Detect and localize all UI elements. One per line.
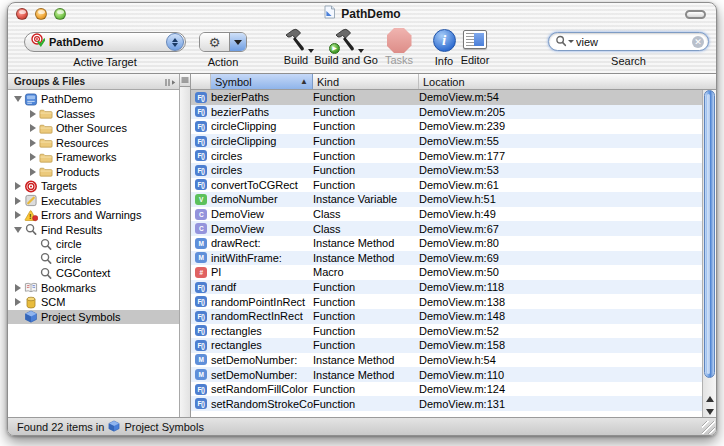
sidebar-item-other-sources[interactable]: Other Sources [8,121,179,136]
table-row[interactable]: MdrawRect:Instance MethodDemoView.m:80 [191,236,702,251]
table-row[interactable]: MinitWithFrame:Instance MethodDemoView.m… [191,251,702,266]
disclosure-triangle-icon[interactable] [27,168,38,176]
sidebar-item-bookmarks[interactable]: Bookmarks [8,281,179,296]
sidebar-item-frameworks[interactable]: Frameworks [8,150,179,165]
table-row[interactable]: F()randomRectInRectFunctionDemoView.m:14… [191,309,702,324]
header-icon-column [191,74,211,89]
active-target-popup[interactable]: PathDemo [24,32,186,52]
symbol-cell: randf [211,281,313,293]
disclosure-triangle-icon[interactable] [12,96,23,102]
sidebar-item-label: Classes [56,108,95,120]
table-row[interactable]: F()randfFunctionDemoView.m:118 [191,280,702,295]
function-symbol-icon: F() [191,311,211,322]
sidebar-item-scm[interactable]: SCM [8,295,179,310]
symbol-cell: demoNumber [211,193,313,205]
search-field[interactable]: ✕ [548,32,709,51]
sidebar-item-find-results[interactable]: Find Results [8,223,179,238]
table-row[interactable]: F()randomPointInRectFunctionDemoView.m:1… [191,294,702,309]
function-symbol-icon: F() [191,179,211,190]
sidebar-item-resources[interactable]: Resources [8,136,179,151]
search-clear-icon[interactable]: ✕ [692,36,704,48]
header-kind[interactable]: Kind [313,74,419,89]
symbol-cell: setRandomStrokeColo [211,398,313,410]
sidebar-item-circle[interactable]: circle [8,252,179,267]
table-row[interactable]: F()circleClippingFunctionDemoView.m:239 [191,119,702,134]
popup-stepper-icon [166,33,184,51]
sidebar-item-circle[interactable]: circle [8,237,179,252]
table-row[interactable]: F()setRandomStrokeColoFunctionDemoView.m… [191,396,702,411]
build-button[interactable]: Build [276,27,316,66]
table-row[interactable]: F()circlesFunctionDemoView.m:53 [191,163,702,178]
sidebar-item-classes[interactable]: Classes [8,107,179,122]
table-row[interactable]: VdemoNumberInstance VariableDemoView.h:5… [191,192,702,207]
sidebar-menu-button[interactable] [180,74,190,87]
table-row[interactable]: CDemoViewClassDemoView.h:49 [191,207,702,222]
search-input[interactable] [576,36,690,48]
disclosure-triangle-icon[interactable] [27,139,38,147]
scroll-up-arrow-icon[interactable] [706,396,714,402]
search-scope-arrow-icon[interactable] [568,40,574,43]
kind-cell: Function [313,296,419,308]
location-cell: DemoView.m:118 [419,281,702,293]
sidebar-item-label: circle [56,253,82,265]
location-cell: DemoView.m:148 [419,310,702,322]
title-bar[interactable]: PathDemo [8,3,716,25]
symbol-cell: initWithFrame: [211,252,313,264]
sidebar-item-products[interactable]: Products [8,165,179,180]
location-cell: DemoView.m:80 [419,237,702,249]
sidebar-item-label: Errors and Warnings [41,209,141,221]
table-row[interactable]: CDemoViewClassDemoView.m:67 [191,221,702,236]
table-row[interactable]: F()circlesFunctionDemoView.m:177 [191,148,702,163]
close-button[interactable] [16,8,28,20]
table-row[interactable]: F()bezierPathsFunctionDemoView.m:205 [191,105,702,120]
sidebar-item-errors-and-warnings[interactable]: !Errors and Warnings [8,208,179,223]
disclosure-triangle-icon[interactable] [12,284,23,292]
sidebar-item-label: circle [56,238,82,250]
sidebar-tree: PathDemoClassesOther SourcesResourcesFra… [8,90,179,417]
build-and-go-button[interactable]: ▶ Build and Go [315,27,377,66]
disclosure-triangle-icon[interactable] [27,153,38,161]
editor-button[interactable]: Editor [456,30,494,66]
location-cell: DemoView.m:158 [419,339,702,351]
disclosure-triangle-icon[interactable] [27,124,38,132]
sidebar-item-pathdemo[interactable]: PathDemo [8,92,179,107]
table-row[interactable]: F()setRandomFillColorFunctionDemoView.m:… [191,382,702,397]
table-row[interactable]: F()bezierPathsFunctionDemoView.m:54 [191,90,702,105]
zoom-button[interactable] [54,8,66,20]
toolbar-toggle-button[interactable] [685,10,706,19]
sidebar-header[interactable]: Groups & Files [8,74,179,90]
resize-grip[interactable] [702,421,715,434]
disclosure-triangle-icon[interactable] [27,110,38,118]
vertical-scrollbar[interactable] [702,90,716,417]
status-location: Project Symbols [124,421,203,433]
minimize-button[interactable] [35,8,47,20]
disclosure-triangle-icon[interactable] [12,227,23,233]
sidebar-scroll-strip[interactable] [179,74,191,417]
disclosure-triangle-icon[interactable] [12,298,23,306]
table-row[interactable]: F()circleClippingFunctionDemoView.m:55 [191,134,702,149]
header-location[interactable]: Location [419,74,716,89]
table-row[interactable]: F()rectanglesFunctionDemoView.m:52 [191,324,702,339]
function-symbol-icon: F() [191,165,211,176]
sidebar-item-executables[interactable]: Executables [8,194,179,209]
folder-icon [38,122,53,135]
table-row[interactable]: F()rectanglesFunctionDemoView.m:158 [191,338,702,353]
scroll-down-arrow-icon[interactable] [706,409,714,415]
action-button[interactable]: ⚙ [199,32,247,52]
location-cell: DemoView.m:53 [419,164,702,176]
class-symbol-icon: C [191,223,211,234]
table-row[interactable]: MsetDemoNumber:Instance MethodDemoView.m… [191,367,702,382]
header-symbol[interactable]: Symbol ▲ [211,74,313,89]
sidebar-splitter-icon[interactable] [164,73,176,91]
scrollbar-thumb[interactable] [704,90,715,378]
table-row[interactable]: #PIMacroDemoView.m:50 [191,265,702,280]
sidebar-item-targets[interactable]: Targets [8,179,179,194]
sidebar-item-project-symbols[interactable]: Project Symbols [8,310,179,325]
symbol-cell: randomRectInRect [211,310,313,322]
sidebar-item-cgcontext[interactable]: CGContext [8,266,179,281]
table-row[interactable]: F()convertToCGRectFunctionDemoView.m:61 [191,178,702,193]
table-row[interactable]: MsetDemoNumber:Instance MethodDemoView.h… [191,353,702,368]
disclosure-triangle-icon[interactable] [12,211,23,219]
disclosure-triangle-icon[interactable] [12,197,23,205]
disclosure-triangle-icon[interactable] [12,182,23,190]
